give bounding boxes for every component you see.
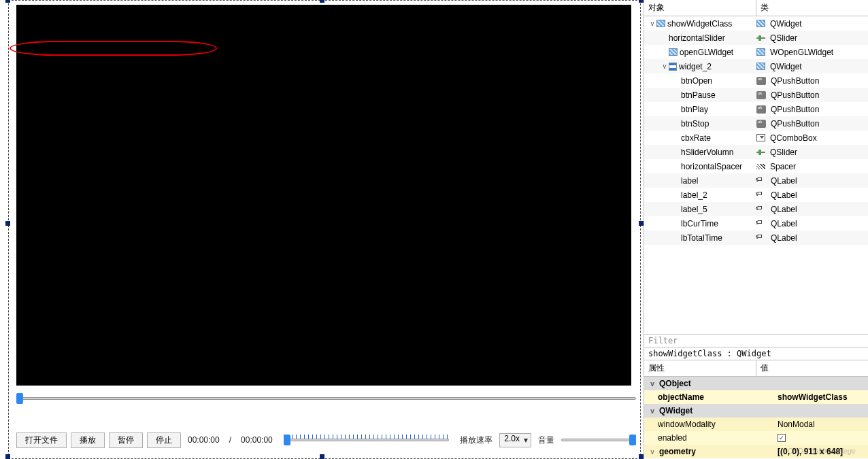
tree-row-label[interactable]: labelQLabel: [644, 173, 868, 188]
tree-row-openGLWidget[interactable]: openGLWidgetWOpenGLWidget: [644, 45, 868, 59]
stop-button[interactable]: 停止: [147, 432, 181, 448]
property-header: 属性 值: [644, 360, 868, 377]
object-tree[interactable]: vshowWidgetClassQWidgethorizontalSliderQ…: [644, 16, 868, 334]
resize-handle[interactable]: [639, 454, 644, 459]
inspector-col-object[interactable]: 对象: [644, 0, 756, 16]
tree-row-horizontalSlider[interactable]: horizontalSliderQSlider: [644, 31, 868, 45]
tree-row-horizontalSpacer[interactable]: horizontalSpacerSpacer: [644, 159, 868, 173]
property-group-QWidget[interactable]: QWidget: [659, 406, 692, 415]
expand-icon[interactable]: v: [661, 63, 669, 70]
class-name: QLabel: [771, 190, 797, 200]
time-separator: /: [229, 435, 231, 445]
object-name: btnPlay: [681, 105, 708, 114]
pause-button[interactable]: 暂停: [109, 432, 143, 448]
object-name: label_5: [681, 205, 707, 214]
tree-row-lbTotalTime[interactable]: lbTotalTimeQLabel: [644, 231, 868, 245]
resize-handle[interactable]: [5, 0, 10, 3]
property-value-geometry[interactable]: [(0, 0), 911 x 648]: [775, 447, 868, 456]
resize-handle[interactable]: [320, 454, 324, 459]
slider-thumb[interactable]: [284, 435, 290, 445]
property-value-enabled[interactable]: ✓: [775, 434, 868, 442]
inspector-header: 对象 类: [644, 0, 868, 16]
property-name-windowModality[interactable]: windowModality: [658, 420, 716, 429]
tree-row-btnPlay[interactable]: btnPlayQPushButton: [644, 102, 868, 116]
slider-thumb[interactable]: [629, 435, 636, 445]
class-name: QPushButton: [771, 119, 819, 129]
class-name: QComboBox: [770, 133, 817, 143]
object-name: openGLWidget: [680, 48, 733, 57]
tree-row-lbCurTime[interactable]: lbCurTimeQLabel: [644, 216, 868, 231]
resize-handle[interactable]: [320, 0, 324, 3]
class-name: QLabel: [771, 176, 797, 186]
progress-slider[interactable]: [284, 433, 450, 447]
property-name-objectName[interactable]: objectName: [658, 392, 704, 402]
widget-icon: [669, 48, 678, 56]
class-name: QSlider: [770, 148, 797, 157]
checkbox-icon[interactable]: ✓: [778, 434, 786, 442]
spacer-icon: [756, 164, 765, 169]
object-name: btnStop: [681, 119, 709, 129]
resize-handle[interactable]: [5, 454, 10, 459]
volume-slider[interactable]: [561, 433, 636, 447]
opengl-video-widget[interactable]: [16, 5, 631, 386]
slider-thumb[interactable]: [16, 393, 23, 404]
property-row[interactable]: windowModalityNonModal: [644, 418, 868, 431]
btn-icon: [756, 77, 766, 85]
property-col-name[interactable]: 属性: [644, 360, 756, 376]
expand-icon[interactable]: v: [648, 20, 656, 27]
property-group-QObject[interactable]: QObject: [659, 379, 691, 388]
form-widget[interactable]: 打开文件 播放 暂停 停止 00:00:00 / 00:00:00 播放速率 2…: [8, 0, 641, 459]
resize-handle[interactable]: [5, 221, 10, 226]
horizontal-slider[interactable]: [16, 392, 636, 405]
property-name-enabled[interactable]: enabled: [658, 433, 687, 443]
tree-row-cbxRate[interactable]: cbxRateQComboBox: [644, 131, 868, 145]
property-row[interactable]: objectNameshowWidgetClass: [644, 390, 868, 404]
tree-row-hSliderVolumn[interactable]: hSliderVolumnQSlider: [644, 145, 868, 159]
right-panel: 对象 类 vshowWidgetClassQWidgethorizontalSl…: [644, 0, 868, 459]
expand-icon[interactable]: v: [648, 448, 656, 456]
rate-label: 播放速率: [460, 435, 493, 446]
property-value-objectName[interactable]: showWidgetClass: [775, 392, 868, 402]
design-canvas[interactable]: 打开文件 播放 暂停 停止 00:00:00 / 00:00:00 播放速率 2…: [0, 0, 644, 459]
property-row[interactable]: vQWidget: [644, 404, 868, 418]
tree-row-btnPause[interactable]: btnPauseQPushButton: [644, 88, 868, 102]
expand-icon[interactable]: v: [648, 407, 656, 415]
class-name: QLabel: [771, 219, 797, 228]
widget-icon: [756, 63, 765, 70]
property-row[interactable]: vQObject: [644, 377, 868, 390]
property-filter-input[interactable]: Filter: [644, 335, 868, 347]
slider-track: [284, 439, 450, 441]
volume-label: 音量: [538, 435, 554, 446]
class-name: QLabel: [771, 233, 797, 243]
class-name: QPushButton: [771, 105, 819, 114]
tree-row-label_2[interactable]: label_2QLabel: [644, 188, 868, 202]
property-row[interactable]: enabled✓: [644, 431, 868, 445]
tree-row-widget_2[interactable]: vwidget_2QWidget: [644, 59, 868, 73]
resize-handle[interactable]: [639, 0, 644, 3]
object-name: showWidgetClass: [667, 19, 732, 29]
object-name: lbCurTime: [681, 219, 718, 228]
class-name: QSlider: [770, 33, 797, 43]
object-inspector[interactable]: 对象 类 vshowWidgetClassQWidgethorizontalSl…: [644, 0, 868, 335]
label-icon: [756, 205, 766, 214]
resize-handle[interactable]: [639, 221, 644, 226]
property-col-value[interactable]: 值: [756, 360, 868, 376]
tree-row-btnOpen[interactable]: btnOpenQPushButton: [644, 73, 868, 88]
open-file-button[interactable]: 打开文件: [16, 432, 67, 448]
inspector-col-class[interactable]: 类: [756, 0, 868, 16]
current-time-label: 00:00:00: [188, 435, 220, 445]
property-row[interactable]: vgeometry[(0, 0), 911 x 648]: [644, 445, 868, 458]
property-value-windowModality[interactable]: NonModal: [775, 420, 868, 429]
play-button[interactable]: 播放: [71, 432, 105, 448]
total-time-label: 00:00:00: [241, 435, 273, 445]
btn-icon: [756, 120, 766, 128]
property-editor[interactable]: Filter showWidgetClass : QWidget 属性 值 vQ…: [644, 335, 868, 459]
class-name: QWidget: [770, 19, 802, 29]
tree-row-btnStop[interactable]: btnStopQPushButton: [644, 116, 868, 131]
tree-row-showWidgetClass[interactable]: vshowWidgetClassQWidget: [644, 16, 868, 31]
expand-icon[interactable]: v: [648, 380, 656, 388]
tree-row-label_5[interactable]: label_5QLabel: [644, 202, 868, 216]
property-name-geometry[interactable]: geometry: [659, 447, 696, 456]
rate-combo[interactable]: 2.0x: [499, 433, 531, 447]
property-rows[interactable]: vQObjectobjectNameshowWidgetClassvQWidge…: [644, 377, 868, 459]
